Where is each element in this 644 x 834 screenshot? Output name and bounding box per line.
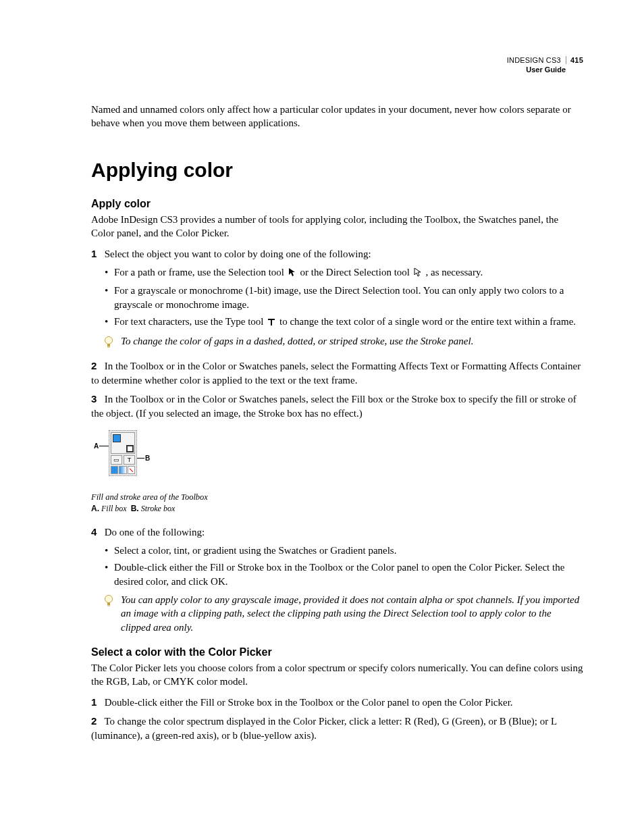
step-text: Select the object you want to color by d… [105, 249, 371, 259]
stroke-box-icon [126, 445, 134, 452]
tip-text: You can apply color to any grayscale ima… [121, 593, 583, 634]
step1-bullets: For a path or frame, use the Selection t… [91, 265, 583, 330]
bullet-grayscale: For a grayscale or monochrome (1-bit) im… [105, 284, 583, 312]
step-text: To change the color spectrum displayed i… [91, 716, 557, 741]
svg-rect-4 [107, 602, 110, 605]
formatting-text-icon: T [124, 455, 135, 465]
picker-step-1: 1 Double-click either the Fill or Stroke… [91, 695, 583, 710]
product-name: INDESIGN CS3 [507, 56, 561, 64]
formatting-container-icon: ▭ [111, 455, 122, 465]
step-4: 4 Do one of the following: [91, 525, 583, 540]
toolbox-graphic: ▭ T [109, 430, 137, 476]
figure-toolbox-fill-stroke: A B ▭ T [91, 430, 583, 490]
step-number: 1 [91, 695, 102, 709]
subhead-apply-color: Apply color [91, 198, 583, 210]
lead-paragraph: Adobe InDesign CS3 provides a number of … [91, 213, 583, 240]
bullet-color-picker: Double-click either the Fill or Stroke b… [105, 561, 583, 589]
step-number: 2 [91, 359, 102, 373]
section-heading: Applying color [91, 159, 583, 182]
bullet-swatches-gradient: Select a color, tint, or gradient using … [105, 544, 583, 558]
svg-point-0 [105, 337, 113, 344]
figure-callout-a: A [94, 442, 99, 450]
running-header: INDESIGN CS3 415 User Guide [507, 55, 583, 75]
step4-bullets: Select a color, tint, or gradient using … [91, 544, 583, 589]
intro-paragraph: Named and unnamed colors only affect how… [91, 103, 583, 130]
step-1: 1 Select the object you want to color by… [91, 246, 583, 261]
direct-selection-tool-icon [414, 267, 422, 281]
bullet-path-frame: For a path or frame, use the Selection t… [105, 265, 583, 281]
step-text: Do one of the following: [105, 527, 205, 538]
type-tool-icon [267, 316, 275, 330]
step-text: In the Toolbox or in the Color or Swatch… [91, 361, 581, 386]
apply-color-icon [111, 466, 118, 474]
apply-gradient-icon [119, 466, 126, 474]
selection-tool-icon [288, 267, 296, 281]
page-number: 415 [566, 56, 583, 64]
figure-legend: A. Fill box B. Stroke box [91, 504, 583, 514]
fill-box-icon [113, 434, 121, 442]
figure-caption: Fill and stroke area of the Toolbox [91, 492, 583, 502]
svg-rect-1 [107, 344, 110, 346]
tip-stroke-panel: To change the color of gaps in a dashed,… [103, 334, 583, 352]
step-2: 2 In the Toolbox or in the Color or Swat… [91, 359, 583, 388]
lightbulb-icon [103, 336, 114, 352]
step-number: 3 [91, 392, 102, 406]
step-3: 3 In the Toolbox or in the Color or Swat… [91, 392, 583, 421]
doc-type: User Guide [507, 65, 583, 74]
step-number: 1 [91, 246, 102, 261]
picker-step-2: 2 To change the color spectrum displayed… [91, 714, 583, 743]
apply-none-icon [128, 466, 135, 474]
bullet-text-characters: For text characters, use the Type tool t… [105, 315, 583, 330]
step-number: 2 [91, 714, 102, 728]
step-text: Double-click either the Fill or Stroke b… [105, 697, 513, 708]
svg-point-3 [105, 596, 113, 603]
figure-callout-b: B [145, 454, 150, 462]
subhead-color-picker: Select a color with the Color Picker [91, 646, 583, 658]
tip-grayscale-image: You can apply color to any grayscale ima… [103, 593, 583, 634]
step-text: In the Toolbox or in the Color or Swatch… [91, 394, 576, 419]
lightbulb-icon [103, 594, 114, 610]
lead-paragraph: The Color Picker lets you choose colors … [91, 661, 583, 689]
tip-text: To change the color of gaps in a dashed,… [121, 334, 473, 348]
step-number: 4 [91, 525, 102, 539]
